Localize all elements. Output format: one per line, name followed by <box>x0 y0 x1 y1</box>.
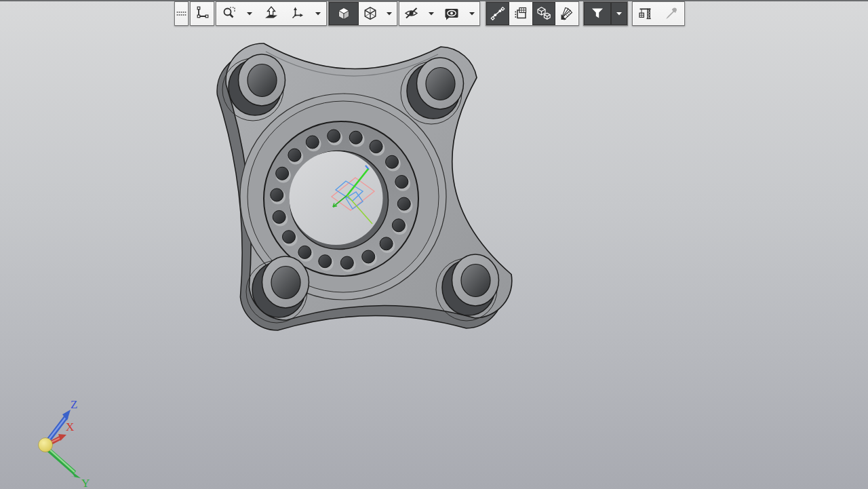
zoom-area-button[interactable] <box>216 2 242 25</box>
bolt-hole[interactable] <box>319 255 332 268</box>
tower-crane-icon <box>637 5 654 22</box>
toolbar-panel-selection <box>190 1 214 26</box>
orientation-triad-icon <box>290 5 306 22</box>
normal-to-button[interactable] <box>257 2 285 25</box>
bolt-hole[interactable] <box>395 176 408 189</box>
grip-dots-icon <box>176 11 186 17</box>
toolbar-panel-display-mode <box>328 1 397 26</box>
sheets-button[interactable] <box>555 2 578 25</box>
toolbar-drag-handle[interactable] <box>175 2 188 25</box>
shaded-display-button[interactable] <box>329 2 359 25</box>
toolbar-panel-display-options <box>486 1 579 26</box>
shaded-cube-icon <box>336 5 352 22</box>
points-on-line-icon <box>490 5 506 22</box>
grid-button[interactable] <box>509 2 532 25</box>
eyedropper-icon <box>663 5 679 22</box>
triad-origin-sphere <box>39 438 53 452</box>
triad-x-label: X <box>66 420 74 433</box>
selection-filter-dropdown[interactable] <box>611 2 627 25</box>
wireframe-display-button[interactable] <box>359 2 382 25</box>
bore-opening[interactable] <box>290 151 383 245</box>
boss-counterbore <box>271 267 300 299</box>
chevron-down-icon <box>428 12 435 16</box>
orientation-dropdown[interactable] <box>310 2 326 25</box>
chevron-down-icon <box>616 12 623 16</box>
show-all-button[interactable] <box>439 2 465 25</box>
framed-eye-icon <box>443 5 460 22</box>
bolt-hole[interactable] <box>380 237 393 250</box>
zoom-area-magnifier-icon <box>221 5 237 22</box>
bolt-hole[interactable] <box>282 231 295 243</box>
bolt-hole[interactable] <box>273 210 285 223</box>
application-window: Z X Y <box>0 0 868 489</box>
chevron-down-icon <box>469 12 475 16</box>
bolt-hole[interactable] <box>392 219 405 232</box>
boss-counterbore <box>426 68 455 100</box>
orientation-triad: Z X Y <box>27 392 103 489</box>
crossed-eye-icon <box>403 5 420 22</box>
grid-corner-icon <box>513 5 529 22</box>
boss-counterbore <box>461 265 490 297</box>
bolt-hole[interactable] <box>349 131 362 144</box>
snap-points-button[interactable] <box>486 2 509 25</box>
corner-axes-button[interactable] <box>191 2 214 25</box>
arrow-from-plane-icon <box>263 5 279 22</box>
toolbar-panel-navigation <box>216 1 327 26</box>
toolbar-panel-visibility <box>399 1 480 26</box>
bolt-hole[interactable] <box>288 149 301 161</box>
part-model[interactable] <box>217 43 512 330</box>
bolt-hole[interactable] <box>328 130 340 142</box>
filter-funnel-icon <box>589 5 606 22</box>
bolt-hole[interactable] <box>362 250 375 263</box>
small-cubes-icon <box>536 5 552 22</box>
toolbar-panel-filter <box>583 1 628 26</box>
bolt-hole[interactable] <box>386 155 399 168</box>
zoom-area-dropdown[interactable] <box>242 2 257 25</box>
bolt-hole[interactable] <box>298 246 311 258</box>
boss-counterbore <box>248 64 277 97</box>
hide-objects-dropdown[interactable] <box>424 2 439 25</box>
bolt-hole[interactable] <box>340 256 353 269</box>
selection-filter-button[interactable] <box>584 2 611 25</box>
display-mode-dropdown[interactable] <box>382 2 397 25</box>
crane-tool-button[interactable] <box>633 2 658 25</box>
chevron-down-icon <box>315 12 321 16</box>
triad-y-axis: Y <box>47 448 90 489</box>
bolt-hole[interactable] <box>370 140 382 153</box>
bolt-hole[interactable] <box>276 167 289 180</box>
view-toolbar <box>174 1 686 26</box>
eyedropper-button <box>658 2 684 25</box>
simplified-display-button[interactable] <box>532 2 555 25</box>
triad-y-label: Y <box>81 477 90 489</box>
bolt-hole[interactable] <box>306 136 319 149</box>
toolbar-grip-panel <box>174 1 189 26</box>
hide-objects-button[interactable] <box>399 2 424 25</box>
bolt-hole[interactable] <box>271 189 283 201</box>
wireframe-cube-icon <box>362 5 378 22</box>
chevron-down-icon <box>386 12 393 16</box>
3d-viewport[interactable] <box>0 0 868 489</box>
chevron-down-icon <box>246 12 253 16</box>
toolbar-panel-tools <box>632 1 685 26</box>
bolt-hole[interactable] <box>397 197 410 210</box>
triad-z-label: Z <box>71 398 77 411</box>
corner-axes-icon <box>194 5 210 22</box>
orientation-button[interactable] <box>285 2 310 25</box>
fanned-sheets-icon <box>559 5 575 22</box>
show-all-dropdown[interactable] <box>465 2 479 25</box>
